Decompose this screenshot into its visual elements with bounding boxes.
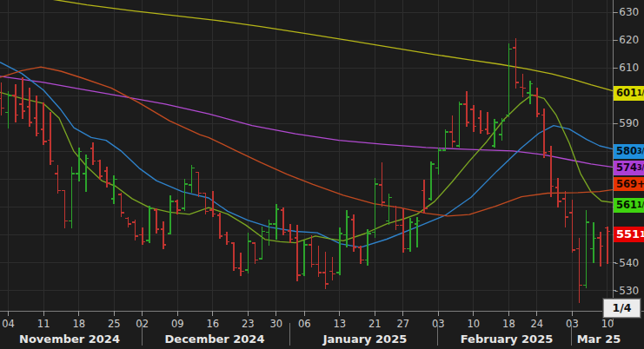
ohlc-bar xyxy=(478,110,484,133)
ohlc-bar xyxy=(5,91,11,128)
ohlc-bar xyxy=(139,227,145,245)
ohlc-bar xyxy=(499,118,505,141)
ohlc-bar xyxy=(442,129,448,151)
ohlc-bar xyxy=(428,161,435,201)
ohlc-bar xyxy=(329,257,335,280)
price-tag: 5611/2+ xyxy=(614,198,644,213)
date-tick-label: 11 xyxy=(37,319,50,329)
chart-canvas[interactable] xyxy=(0,0,644,349)
ohlc-bar xyxy=(343,210,349,247)
ohlc-bar xyxy=(336,227,342,275)
ohlc-bar xyxy=(90,142,96,165)
ohlc-bar xyxy=(231,242,237,271)
ma-magenta xyxy=(0,76,614,168)
ohlc-bar xyxy=(534,88,540,117)
ohlc-bar xyxy=(463,91,469,126)
ohlc-bar xyxy=(435,148,442,174)
axis-frame xyxy=(0,0,644,321)
date-tick-label: 10 xyxy=(468,319,481,329)
ohlc-bar xyxy=(605,227,611,264)
ohlc-bar xyxy=(302,240,308,276)
ohlc-bar xyxy=(245,233,251,273)
ohlc-bar xyxy=(597,232,603,266)
date-tick-label: 09 xyxy=(171,319,184,329)
chart-svg xyxy=(0,0,644,349)
ohlc-bar xyxy=(48,112,54,164)
ohlc-bar xyxy=(415,217,421,247)
ohlc-bar xyxy=(12,84,18,122)
date-tick-label: 06 xyxy=(298,319,311,329)
price-tag: 5511/4 xyxy=(614,227,644,242)
ohlc-bar xyxy=(0,82,4,115)
date-tick-label: 18 xyxy=(502,319,515,329)
month-separator xyxy=(571,323,572,346)
ohlc-bar xyxy=(379,162,385,207)
month-label: December 2024 xyxy=(165,333,265,346)
price-tag: 5803/4+ xyxy=(614,144,644,159)
ohlc-bar xyxy=(146,206,152,243)
month-separator xyxy=(437,323,438,346)
date-tick-label: 18 xyxy=(72,319,85,329)
ohlc-bar xyxy=(125,217,131,227)
price-axis-label: -620 xyxy=(614,35,639,46)
month-label: February 2025 xyxy=(461,333,554,346)
ohlc-bar xyxy=(456,102,462,148)
ohlc-bar xyxy=(62,190,68,228)
ohlc-bar xyxy=(513,38,519,89)
ohlc-bar xyxy=(189,165,195,193)
ohlc-bar xyxy=(104,167,110,188)
ma-blue xyxy=(0,63,614,247)
ohlc-bar xyxy=(422,180,428,213)
date-tick-label: 13 xyxy=(333,319,346,329)
month-label: November 2024 xyxy=(19,333,120,346)
ohlc-bar xyxy=(154,208,160,234)
grid-lines xyxy=(0,0,613,311)
ohlc-bar xyxy=(224,232,230,244)
trading-chart-window: 1/4 -600-560-550-630-620-610-590-540-530… xyxy=(0,0,644,349)
ohlc-bar xyxy=(470,105,476,131)
ohlc-bar xyxy=(132,220,138,240)
date-tick-label: 30 xyxy=(269,319,282,329)
price-axis-label: -540 xyxy=(614,258,639,269)
ohlc-bar xyxy=(527,81,533,103)
ohlc-bar xyxy=(209,191,216,217)
month-separator xyxy=(289,323,290,346)
ohlc-bar xyxy=(583,210,589,288)
ohlc-bar xyxy=(322,252,329,289)
ohlc-bar xyxy=(266,220,272,246)
price-axis-label: -610 xyxy=(614,63,639,74)
ohlc-bar xyxy=(182,179,188,211)
ma-green xyxy=(0,92,614,242)
price-tag: 5743/4+ xyxy=(614,161,644,175)
price-axis-label: -630 xyxy=(614,7,639,18)
price-axis-label: -590 xyxy=(614,118,639,129)
month-label: January 2025 xyxy=(323,333,407,346)
ohlc-bar xyxy=(315,246,322,276)
ohlc-bar xyxy=(358,246,364,264)
ma-yellow xyxy=(52,0,614,91)
ohlc-bar xyxy=(548,146,554,197)
ohlc-bar xyxy=(252,242,258,263)
date-tick-label: 03 xyxy=(432,319,445,329)
price-axis-label: -530 xyxy=(614,286,639,297)
date-tick-label: 27 xyxy=(396,319,409,329)
ohlc-bar xyxy=(281,207,287,236)
ohlc-bar xyxy=(520,74,526,97)
ohlc-bar xyxy=(238,253,244,275)
ohlc-bar xyxy=(259,227,265,260)
date-tick-label: 24 xyxy=(531,319,544,329)
ohlc-bar xyxy=(449,115,455,148)
ohlc-bar xyxy=(273,204,279,240)
ma-red xyxy=(0,67,614,216)
tick-size-box: 1/4 xyxy=(603,299,641,318)
ohlc-bar xyxy=(196,172,202,197)
ohlc-bar xyxy=(202,193,209,214)
date-tick-label: 25 xyxy=(108,319,121,329)
ohlc-bar xyxy=(69,167,75,228)
ohlc-bar xyxy=(576,238,582,303)
ohlc-bar xyxy=(541,109,548,158)
ohlc-bar xyxy=(118,193,124,217)
ohlc-bar xyxy=(83,155,89,192)
ohlc-bar xyxy=(393,206,399,230)
date-tick-label: 16 xyxy=(206,319,219,329)
